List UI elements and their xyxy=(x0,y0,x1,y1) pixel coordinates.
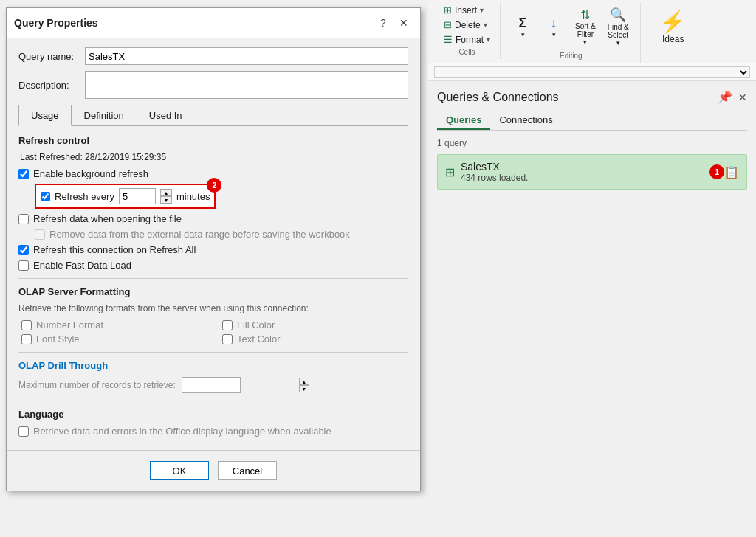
ok-button[interactable]: OK xyxy=(150,461,209,480)
queries-header-icons: 📌 ✕ xyxy=(718,90,747,104)
query-item-info: SalesTX 434 rows loaded. xyxy=(461,161,724,183)
query-item-icon: ⊞ xyxy=(445,165,455,179)
query-badge: 1 xyxy=(709,164,724,179)
font-style-checkbox[interactable] xyxy=(21,334,32,344)
refresh-every-highlight: Refresh every ▲ ▼ minutes 2 xyxy=(35,184,216,209)
insert-button[interactable]: ⊞ Insert ▾ xyxy=(440,3,494,17)
max-records-spinner: ▲ ▼ xyxy=(299,378,309,392)
refresh-every-checkbox[interactable] xyxy=(41,192,50,201)
cancel-button[interactable]: Cancel xyxy=(218,461,277,480)
language-checkbox[interactable] xyxy=(18,426,29,437)
ribbon-group-editing: Σ ▾ ↓ ▾ ⇅ Sort &Filter ▾ 🔍 Find &Sele xyxy=(502,3,641,63)
find-icon: 🔍 xyxy=(610,7,626,23)
fast-load-checkbox[interactable] xyxy=(18,260,29,271)
ribbon-groups: ⊞ Insert ▾ ⊟ Delete ▾ ☰ Format ▾ xyxy=(434,3,750,63)
last-refreshed-value: 28/12/2019 15:29:35 xyxy=(85,152,166,162)
editing-buttons: Σ ▾ ↓ ▾ ⇅ Sort &Filter ▾ 🔍 Find &Sele xyxy=(508,3,634,50)
language-row: Retrieve data and errors in the Office d… xyxy=(18,426,408,437)
max-records-input[interactable] xyxy=(182,378,299,392)
description-input[interactable] xyxy=(85,71,408,99)
tab-queries[interactable]: Queries xyxy=(437,111,490,130)
dialog-titlebar: Query Properties ? ✕ xyxy=(7,8,420,38)
dialog-footer: OK Cancel xyxy=(7,450,420,491)
sum-icon: Σ xyxy=(519,15,527,31)
right-panel: ⊞ Insert ▾ ⊟ Delete ▾ ☰ Format ▾ xyxy=(428,0,756,537)
olap-desc: Retrieve the following formats from the … xyxy=(18,303,408,313)
query-action-icon[interactable]: 📋 xyxy=(724,165,739,179)
tab-usage[interactable]: Usage xyxy=(18,105,72,126)
language-title: Language xyxy=(18,409,408,420)
query-item-name: SalesTX xyxy=(461,161,724,173)
format-label: Format xyxy=(456,35,484,45)
insert-label: Insert xyxy=(455,5,477,15)
language-label: Retrieve data and errors in the Office d… xyxy=(33,426,331,437)
queries-panel-title: Queries & Connections xyxy=(437,91,559,104)
max-records-label: Maximum number of records to retrieve: xyxy=(18,380,176,390)
tab-used-in[interactable]: Used In xyxy=(137,105,195,125)
ideas-button[interactable]: ⚡ Ideas xyxy=(651,6,695,48)
refresh-every-input[interactable] xyxy=(119,188,156,204)
font-style-label: Font Style xyxy=(36,333,80,344)
help-button[interactable]: ? xyxy=(374,14,392,32)
spinner-down[interactable]: ▼ xyxy=(160,196,172,204)
text-color-checkbox[interactable] xyxy=(222,334,233,344)
sort-filter-button[interactable]: ⇅ Sort &Filter ▾ xyxy=(570,4,601,49)
query-name-input[interactable] xyxy=(85,47,408,65)
section-divider-2 xyxy=(18,352,408,353)
sum-button[interactable]: Σ ▾ xyxy=(508,12,537,42)
find-select-button[interactable]: 🔍 Find &Select ▾ xyxy=(602,3,634,50)
enable-bg-refresh-checkbox[interactable] xyxy=(18,169,29,179)
dialog-title-buttons: ? ✕ xyxy=(374,14,413,32)
ideas-icon: ⚡ xyxy=(660,10,686,34)
olap-title: OLAP Server Formatting xyxy=(18,286,408,297)
refresh-on-open-label: Refresh data when opening the file xyxy=(33,213,182,224)
sort-filter-label: Sort &Filter xyxy=(575,22,596,38)
cells-buttons: ⊞ Insert ▾ ⊟ Delete ▾ ☰ Format ▾ xyxy=(440,3,494,46)
max-records-input-wrapper: ▲ ▼ xyxy=(182,377,241,393)
dialog-title: Query Properties xyxy=(14,17,98,29)
refresh-on-open-checkbox[interactable] xyxy=(18,214,29,224)
number-format-label: Number Format xyxy=(36,319,103,330)
fill-icon: ↓ xyxy=(551,15,557,31)
formula-dropdown[interactable] xyxy=(434,66,750,78)
description-label: Description: xyxy=(18,80,85,91)
text-color-row: Text Color xyxy=(222,333,408,344)
fill-button[interactable]: ↓ ▾ xyxy=(539,12,568,42)
ideas-label: Ideas xyxy=(662,34,684,44)
dialog-body: Query name: Description: Usage Definitio… xyxy=(7,38,420,450)
query-item[interactable]: ⊞ SalesTX 434 rows loaded. 1 📋 xyxy=(437,154,747,190)
insert-chevron: ▾ xyxy=(480,6,484,14)
number-format-checkbox[interactable] xyxy=(21,320,32,330)
queries-close-icon[interactable]: ✕ xyxy=(738,91,747,103)
queries-header: Queries & Connections 📌 ✕ xyxy=(437,90,747,104)
dialog-overlay: Query Properties ? ✕ Query name: Descrip… xyxy=(0,0,428,537)
refresh-on-open-row: Refresh data when opening the file xyxy=(18,213,408,224)
ribbon: ⊞ Insert ▾ ⊟ Delete ▾ ☰ Format ▾ xyxy=(428,0,756,63)
text-color-label: Text Color xyxy=(237,333,281,344)
tab-connections[interactable]: Connections xyxy=(490,111,561,130)
fill-color-checkbox[interactable] xyxy=(222,320,233,330)
refresh-control-title: Refresh control xyxy=(18,135,408,146)
sort-filter-icon: ⇅ xyxy=(580,8,590,22)
delete-button[interactable]: ⊟ Delete ▾ xyxy=(440,18,494,32)
refresh-all-checkbox[interactable] xyxy=(18,245,29,255)
queries-pin-icon[interactable]: 📌 xyxy=(718,90,732,104)
refresh-every-unit: minutes xyxy=(176,191,210,202)
queries-panel: Queries & Connections 📌 ✕ Queries Connec… xyxy=(428,81,756,537)
spinner-up[interactable]: ▲ xyxy=(160,189,172,196)
format-chevron: ▾ xyxy=(487,35,490,44)
max-records-spinner-up[interactable]: ▲ xyxy=(299,378,309,385)
remove-data-row: Remove data from the external data range… xyxy=(18,229,408,240)
query-count: 1 query xyxy=(437,138,747,148)
tab-definition[interactable]: Definition xyxy=(72,105,137,125)
max-records-spinner-down[interactable]: ▼ xyxy=(299,385,309,392)
query-name-row: Query name: xyxy=(18,47,408,65)
remove-data-checkbox[interactable] xyxy=(35,229,45,240)
format-button[interactable]: ☰ Format ▾ xyxy=(440,32,494,46)
close-button[interactable]: ✕ xyxy=(395,14,413,32)
olap-grid: Number Format Fill Color Font Style Text… xyxy=(18,319,408,344)
insert-icon: ⊞ xyxy=(444,4,452,15)
delete-icon: ⊟ xyxy=(444,19,452,30)
queries-tabs: Queries Connections xyxy=(437,111,747,131)
sum-chevron: ▾ xyxy=(521,31,525,38)
